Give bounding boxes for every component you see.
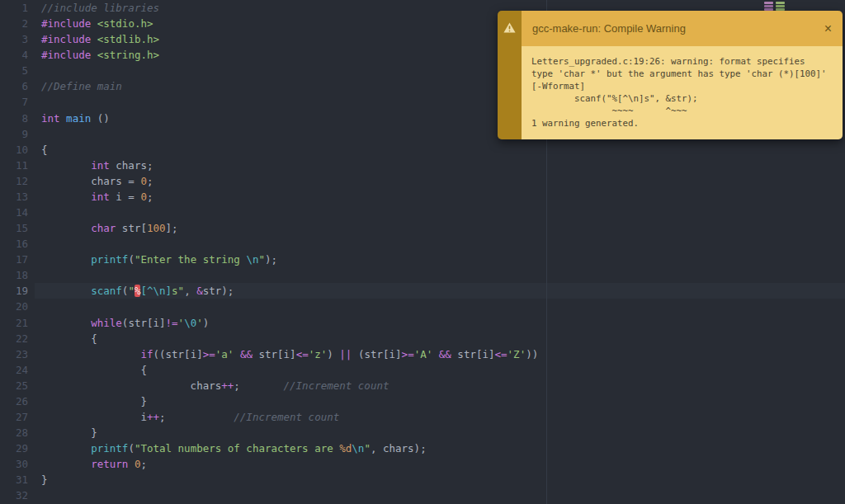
line-number[interactable]: 31 <box>0 472 35 488</box>
line-number[interactable]: 2 <box>0 16 35 31</box>
line-number[interactable]: 8 <box>0 111 35 126</box>
code-line[interactable]: printf("Total numbers of characters are … <box>35 440 845 456</box>
code-line[interactable]: char str[100]; <box>35 220 845 236</box>
code-line[interactable]: chars = 0; <box>35 173 845 189</box>
notification-message-line: scanf("%[^\n]s", &str); <box>531 92 833 105</box>
line-number[interactable]: 17 <box>0 252 35 267</box>
code-line[interactable]: scanf("%[^\n]s", &str); <box>35 283 845 299</box>
notification-content: gcc-make-run: Compile Warning × Letters_… <box>522 11 843 139</box>
code-line[interactable]: { <box>35 142 845 158</box>
line-number[interactable]: 18 <box>0 267 35 283</box>
line-number[interactable]: 28 <box>0 425 35 440</box>
notification-message-line: [-Wformat] <box>531 80 833 92</box>
code-line[interactable] <box>35 299 845 314</box>
line-number[interactable]: 24 <box>0 362 35 378</box>
line-number[interactable]: 12 <box>0 173 35 189</box>
gutter: 1234567891011121314151617181920212223242… <box>0 0 35 504</box>
notification-message-line: type 'char *' but the argument has type … <box>531 68 833 80</box>
code-line[interactable]: { <box>35 331 845 346</box>
notification-message-line: 1 warning generated. <box>531 117 833 130</box>
code-line[interactable] <box>35 236 845 252</box>
code-line[interactable]: printf("Enter the string \n"); <box>35 252 845 267</box>
close-icon[interactable]: × <box>824 22 832 35</box>
warning-triangle-icon <box>503 22 516 35</box>
line-number[interactable]: 13 <box>0 189 35 205</box>
notification-message: Letters_upgraded.c:19:26: warning: forma… <box>522 46 843 139</box>
line-number[interactable]: 11 <box>0 158 35 173</box>
line-number[interactable]: 32 <box>0 488 35 503</box>
code-line[interactable]: int chars; <box>35 158 845 173</box>
green-lines-icon[interactable] <box>776 2 785 11</box>
line-number[interactable]: 26 <box>0 393 35 409</box>
code-line[interactable]: chars++; //Increment count <box>35 378 845 393</box>
code-line[interactable]: { <box>35 362 845 378</box>
notification-severity-strip <box>498 11 522 139</box>
code-line[interactable]: while(str[i]!='\0') <box>35 315 845 331</box>
notification-message-line: ~~~~ ^~~~ <box>531 105 833 117</box>
code-line[interactable]: } <box>35 425 845 440</box>
line-number[interactable]: 30 <box>0 456 35 472</box>
line-number[interactable]: 20 <box>0 299 35 314</box>
purple-lines-icon[interactable] <box>764 2 773 11</box>
code-line[interactable]: } <box>35 393 845 409</box>
line-number[interactable]: 9 <box>0 126 35 142</box>
compile-warning-notification: gcc-make-run: Compile Warning × Letters_… <box>498 11 843 139</box>
line-number[interactable]: 4 <box>0 47 35 63</box>
line-number[interactable]: 14 <box>0 205 35 220</box>
code-editor: 1234567891011121314151617181920212223242… <box>0 0 845 504</box>
line-number[interactable]: 22 <box>0 331 35 346</box>
line-number[interactable]: 21 <box>0 315 35 331</box>
code-line[interactable] <box>35 267 845 283</box>
line-number[interactable]: 25 <box>0 378 35 393</box>
line-number[interactable]: 16 <box>0 236 35 252</box>
line-number[interactable]: 3 <box>0 31 35 47</box>
line-number[interactable]: 27 <box>0 409 35 425</box>
code-line[interactable]: int i = 0; <box>35 189 845 205</box>
code-line[interactable]: if((str[i]>='a' && str[i]<='z') || (str[… <box>35 346 845 362</box>
notification-header: gcc-make-run: Compile Warning × <box>522 11 843 46</box>
line-number[interactable]: 1 <box>0 0 35 16</box>
line-number[interactable]: 10 <box>0 142 35 158</box>
line-number[interactable]: 5 <box>0 63 35 78</box>
code-line[interactable]: return 0; <box>35 456 845 472</box>
line-number[interactable]: 7 <box>0 94 35 110</box>
line-number[interactable]: 6 <box>0 78 35 94</box>
status-icons <box>764 2 785 11</box>
line-number[interactable]: 15 <box>0 220 35 236</box>
code-line[interactable]: } <box>35 472 845 488</box>
line-number[interactable]: 19 <box>0 283 35 299</box>
notification-title: gcc-make-run: Compile Warning <box>532 22 686 35</box>
code-line[interactable]: i++; //Increment count <box>35 409 845 425</box>
line-number[interactable]: 23 <box>0 346 35 362</box>
code-line[interactable] <box>35 488 845 503</box>
notification-message-line: Letters_upgraded.c:19:26: warning: forma… <box>531 55 833 68</box>
code-line[interactable] <box>35 205 845 220</box>
line-number[interactable]: 29 <box>0 440 35 456</box>
